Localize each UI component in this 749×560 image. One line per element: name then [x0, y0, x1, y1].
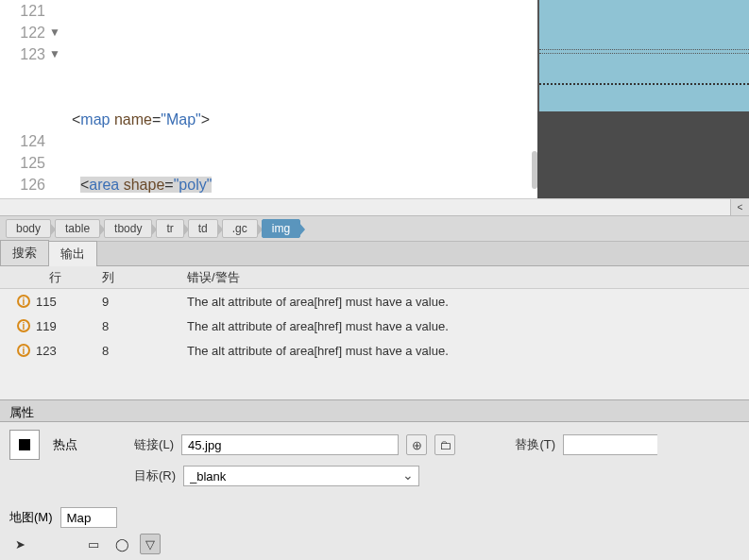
line-gutter: 121 122▼ 123▼ 124 125 126 127 — [0, 0, 66, 198]
warning-icon: i — [17, 319, 30, 332]
code-editor[interactable]: 121 122▼ 123▼ 124 125 126 127 <map name=… — [0, 0, 537, 198]
warning-icon: i — [17, 295, 30, 308]
output-row[interactable]: i 115 9 The alt attribute of area[href] … — [0, 289, 749, 314]
target-picker-icon[interactable]: ⊕ — [406, 434, 427, 455]
col-header-msg: 错误/警告 — [178, 269, 749, 286]
hotspot-swatch[interactable] — [9, 430, 40, 460]
map-toolbar: 地图(M) — [0, 501, 749, 534]
circle-tool-icon[interactable]: ◯ — [111, 534, 132, 554]
output-header: 行 列 错误/警告 — [0, 266, 749, 289]
replace-input[interactable] — [563, 434, 657, 455]
col-header-row: 行 — [8, 269, 102, 286]
target-select[interactable] — [183, 466, 419, 486]
col-header-col: 列 — [102, 269, 178, 286]
fold-arrow-icon[interactable]: ▼ — [49, 43, 60, 65]
rect-tool-icon[interactable]: ▭ — [83, 534, 104, 554]
breadcrumb-img[interactable]: img — [262, 219, 300, 238]
output-row[interactable]: i 123 8 The alt attribute of area[href] … — [0, 338, 749, 363]
map-label: 地图(M) — [9, 509, 53, 526]
breadcrumb-gc[interactable]: .gc — [222, 219, 258, 238]
tab-search[interactable]: 搜索 — [0, 240, 49, 265]
preview-image-area — [537, 0, 749, 111]
replace-label: 替换(T) — [499, 436, 555, 453]
warning-icon: i — [17, 344, 30, 357]
breadcrumb: body table tbody tr td .gc img — [0, 215, 749, 242]
breadcrumb-td[interactable]: td — [188, 219, 218, 238]
breadcrumb-tbody[interactable]: tbody — [104, 219, 152, 238]
fold-arrow-icon[interactable]: ▼ — [49, 22, 60, 43]
code-content[interactable]: <map name="Map"> <area shape="poly" coor… — [66, 0, 537, 198]
panel-tabs: 搜索 输出 — [0, 242, 749, 266]
pointer-tool-icon[interactable]: ➤ — [9, 534, 30, 554]
hotspot-label: 热点 — [53, 436, 110, 453]
output-list[interactable]: i 115 9 The alt attribute of area[href] … — [0, 289, 749, 399]
breadcrumb-body[interactable]: body — [6, 219, 51, 238]
tab-output[interactable]: 输出 — [48, 241, 97, 266]
hotspot-tools: ➤ ▭ ◯ ▽ — [0, 534, 749, 560]
link-label: 链接(L) — [117, 436, 174, 453]
folder-icon[interactable]: 🗀 — [434, 434, 455, 455]
properties-panel-title: 属性 — [0, 399, 749, 422]
link-input[interactable] — [181, 434, 399, 455]
horizontal-scrollbar[interactable]: < — [0, 198, 749, 215]
properties-panel: 热点 链接(L) ⊕ 🗀 替换(T) 目标(R) — [0, 422, 749, 501]
scroll-left-icon[interactable]: < — [730, 199, 749, 215]
target-label: 目标(R) — [119, 467, 176, 484]
poly-tool-icon[interactable]: ▽ — [140, 534, 161, 554]
breadcrumb-table[interactable]: table — [55, 219, 100, 238]
output-row[interactable]: i 119 8 The alt attribute of area[href] … — [0, 314, 749, 338]
map-name-input[interactable] — [60, 507, 117, 528]
breadcrumb-tr[interactable]: tr — [156, 219, 183, 238]
preview-pane[interactable] — [537, 0, 749, 198]
